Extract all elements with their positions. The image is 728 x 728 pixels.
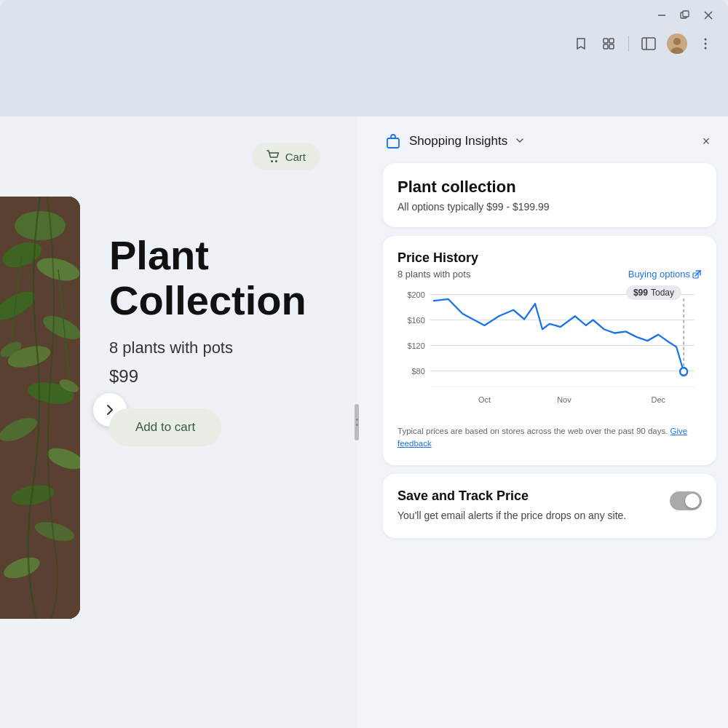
svg-rect-6	[609, 39, 614, 43]
buying-options-link[interactable]: Buying options	[628, 269, 702, 280]
chart-header: 8 plants with pots Buying options	[397, 269, 702, 280]
restore-button[interactable]	[678, 9, 692, 22]
extensions-icon[interactable]	[599, 34, 618, 53]
plant-visual	[0, 197, 80, 619]
product-price: $99	[109, 366, 306, 387]
svg-point-18	[275, 160, 277, 162]
page-left: Cart	[0, 116, 357, 728]
browser-chrome	[0, 0, 728, 116]
svg-rect-8	[609, 44, 614, 49]
price-history-title: Price History	[397, 250, 702, 266]
svg-text:Dec: Dec	[652, 395, 666, 404]
svg-rect-5	[604, 39, 608, 43]
resize-handle[interactable]	[355, 404, 359, 440]
svg-text:$80: $80	[412, 366, 425, 375]
bookmark-icon[interactable]	[571, 34, 590, 53]
panel-title-area: Shopping Insights	[383, 131, 525, 151]
titlebar	[0, 0, 728, 28]
svg-point-51	[680, 368, 687, 376]
product-subtitle: 8 plants with pots	[109, 339, 306, 357]
shopping-bag-icon	[383, 131, 403, 151]
svg-text:$200: $200	[407, 290, 424, 299]
product-title: Plant Collection	[109, 233, 306, 323]
svg-rect-7	[604, 44, 608, 49]
browser-toolbar	[0, 28, 728, 60]
svg-rect-2	[683, 11, 689, 17]
sidebar-icon[interactable]	[639, 34, 658, 53]
svg-text:Nov: Nov	[557, 395, 571, 404]
svg-point-16	[705, 47, 707, 50]
track-title: Save and Track Price	[397, 488, 661, 504]
chart-area: $99 Today $200 $160 $120 $80 Oc	[397, 287, 702, 418]
track-description: You'll get email alerts if the price dro…	[397, 508, 661, 523]
collection-title: Plant collection	[397, 178, 702, 197]
today-label: Today	[651, 288, 674, 298]
price-history-card: Price History 8 plants with pots Buying …	[383, 236, 716, 465]
svg-rect-36	[387, 138, 399, 148]
toolbar-divider	[628, 36, 629, 52]
minimize-button[interactable]	[655, 9, 668, 22]
panel-close-button[interactable]: ×	[696, 131, 716, 151]
menu-icon[interactable]	[696, 34, 715, 53]
price-history-chart: $200 $160 $120 $80 Oct Nov Dec	[397, 287, 702, 418]
plant-svg	[0, 197, 80, 619]
panel-title: Shopping Insights	[409, 134, 507, 149]
dropdown-arrow-icon[interactable]	[515, 135, 525, 148]
save-track-card: Save and Track Price You'll get email al…	[383, 474, 716, 538]
cart-label: Cart	[285, 151, 306, 163]
email-alerts-toggle[interactable]	[670, 491, 702, 510]
chart-note: Typical prices are based on stores acros…	[397, 425, 702, 451]
svg-point-20	[15, 211, 66, 240]
toggle-knob	[685, 494, 700, 508]
track-text-area: Save and Track Price You'll get email al…	[397, 488, 661, 523]
collection-price-range: All options typically $99 - $199.99	[397, 201, 702, 213]
svg-point-15	[705, 43, 707, 45]
svg-text:$160: $160	[407, 315, 424, 324]
today-price: $99	[633, 288, 648, 298]
track-card-content: Save and Track Price You'll get email al…	[397, 488, 702, 523]
svg-point-14	[705, 39, 707, 41]
svg-point-17	[271, 160, 273, 162]
svg-text:$120: $120	[407, 341, 424, 349]
avatar[interactable]	[667, 33, 687, 54]
panel-header: Shopping Insights ×	[383, 131, 716, 151]
cart-button[interactable]: Cart	[252, 143, 320, 170]
insights-panel: Shopping Insights × Plant collection All…	[371, 116, 728, 728]
svg-rect-9	[642, 38, 655, 50]
page-area: Cart	[0, 116, 728, 728]
svg-point-12	[673, 38, 681, 45]
today-badge: $99 Today	[626, 285, 681, 300]
chart-subtitle: 8 plants with pots	[397, 269, 470, 280]
add-to-cart-button[interactable]: Add to cart	[109, 408, 221, 446]
product-info: Plant Collection 8 plants with pots $99 …	[109, 233, 306, 446]
product-image	[0, 197, 80, 619]
collection-card: Plant collection All options typically $…	[383, 163, 716, 227]
close-button[interactable]	[702, 9, 715, 22]
svg-text:Oct: Oct	[478, 395, 491, 404]
